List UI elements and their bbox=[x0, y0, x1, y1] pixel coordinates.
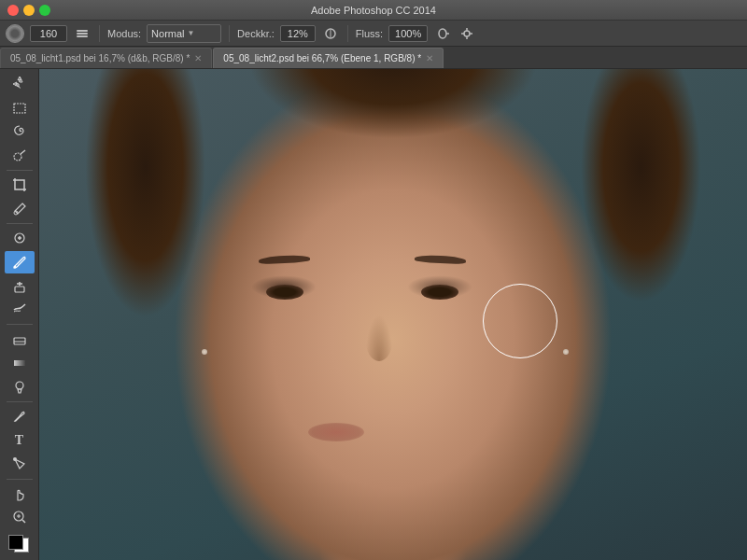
svg-point-4 bbox=[439, 29, 446, 38]
flow-input[interactable] bbox=[388, 25, 428, 42]
tool-gradient[interactable] bbox=[5, 352, 35, 375]
app-title: Adobe Photoshop CC 2014 bbox=[311, 5, 436, 16]
tool-move[interactable]: ↖ bbox=[5, 73, 35, 96]
options-bar: Modus: Normal ▼ Deckkr.: Fluss: bbox=[0, 21, 747, 47]
opacity-input[interactable] bbox=[280, 25, 316, 42]
svg-rect-7 bbox=[14, 104, 25, 113]
main-area: ↖ bbox=[0, 69, 747, 560]
tool-eraser[interactable] bbox=[5, 328, 35, 351]
toolbar-separator4 bbox=[7, 401, 33, 402]
separator2 bbox=[229, 25, 230, 42]
tool-brush[interactable] bbox=[5, 251, 35, 274]
svg-point-8 bbox=[14, 153, 21, 161]
flow-label: Fluss: bbox=[356, 28, 383, 39]
maximize-button[interactable] bbox=[39, 5, 50, 16]
traffic-lights bbox=[7, 5, 50, 16]
tab-licht1[interactable]: 05_08_licht1.psd bei 16,7% (d&b, RGB/8) … bbox=[0, 48, 212, 68]
brush-preview-icon[interactable] bbox=[6, 24, 24, 43]
mode-label: Modus: bbox=[107, 28, 141, 39]
canvas-area[interactable] bbox=[39, 69, 747, 560]
svg-point-15 bbox=[16, 382, 23, 389]
lips bbox=[308, 423, 364, 441]
tool-clone-stamp[interactable] bbox=[5, 274, 35, 298]
tool-marquee[interactable] bbox=[5, 97, 35, 120]
earring-right bbox=[563, 349, 569, 355]
tab-close-icon2[interactable]: ✕ bbox=[426, 53, 433, 63]
earring-left bbox=[202, 349, 207, 355]
tool-dodge[interactable] bbox=[5, 375, 35, 399]
canvas-image bbox=[39, 69, 747, 560]
toolbar-separator3 bbox=[7, 324, 33, 325]
tool-crop[interactable] bbox=[5, 174, 35, 197]
tool-text[interactable]: T bbox=[5, 428, 35, 452]
toolbar: ↖ bbox=[0, 69, 39, 560]
separator bbox=[99, 25, 100, 42]
brush-size-input[interactable] bbox=[30, 25, 67, 42]
titlebar: Adobe Photoshop CC 2014 bbox=[0, 0, 747, 21]
opacity-label: Deckkr.: bbox=[237, 28, 275, 39]
foreground-color-box[interactable] bbox=[8, 535, 23, 550]
svg-point-5 bbox=[464, 31, 470, 36]
svg-point-16 bbox=[13, 457, 17, 461]
toolbar-separator2 bbox=[7, 223, 33, 224]
tool-zoom[interactable] bbox=[5, 506, 35, 529]
tool-path-select[interactable] bbox=[5, 453, 35, 476]
airbrush-icon[interactable] bbox=[433, 24, 452, 43]
brush-settings-icon[interactable] bbox=[73, 24, 92, 43]
chevron-down-icon: ▼ bbox=[188, 29, 195, 37]
tool-healing[interactable] bbox=[5, 227, 35, 250]
tool-smudge[interactable] bbox=[5, 299, 35, 322]
nose bbox=[365, 315, 393, 361]
minimize-button[interactable] bbox=[23, 5, 35, 16]
svg-rect-12 bbox=[15, 287, 24, 292]
extra-settings-icon[interactable] bbox=[458, 24, 476, 43]
color-boxes bbox=[5, 534, 35, 557]
mode-dropdown[interactable]: Normal ▼ bbox=[147, 24, 221, 43]
tab-licht2[interactable]: 05_08_licht2.psd bei 66,7% (Ebene 1, RGB… bbox=[213, 48, 444, 68]
tab-close-icon[interactable]: ✕ bbox=[194, 53, 202, 63]
svg-point-11 bbox=[13, 265, 16, 268]
eyebrow-left bbox=[259, 254, 310, 264]
toolbar-separator bbox=[7, 170, 33, 171]
tool-lasso[interactable] bbox=[5, 120, 35, 144]
tool-quick-select[interactable] bbox=[5, 145, 35, 168]
toolbar-separator5 bbox=[7, 479, 33, 480]
opacity-pressure-icon[interactable] bbox=[321, 24, 340, 43]
svg-rect-14 bbox=[14, 360, 25, 366]
tabs-bar: 05_08_licht1.psd bei 16,7% (d&b, RGB/8) … bbox=[0, 47, 747, 69]
tool-hand[interactable] bbox=[5, 482, 35, 505]
eyebrow-right bbox=[415, 254, 466, 264]
svg-text:↖: ↖ bbox=[14, 80, 21, 91]
svg-rect-1 bbox=[77, 33, 88, 35]
tool-pen[interactable] bbox=[5, 405, 35, 428]
svg-rect-2 bbox=[77, 35, 88, 37]
tool-eyedropper[interactable] bbox=[5, 198, 35, 221]
text-tool-icon: T bbox=[15, 433, 23, 448]
separator3 bbox=[347, 25, 348, 42]
eye-right bbox=[421, 285, 458, 300]
close-button[interactable] bbox=[7, 5, 19, 16]
svg-rect-0 bbox=[77, 30, 88, 32]
